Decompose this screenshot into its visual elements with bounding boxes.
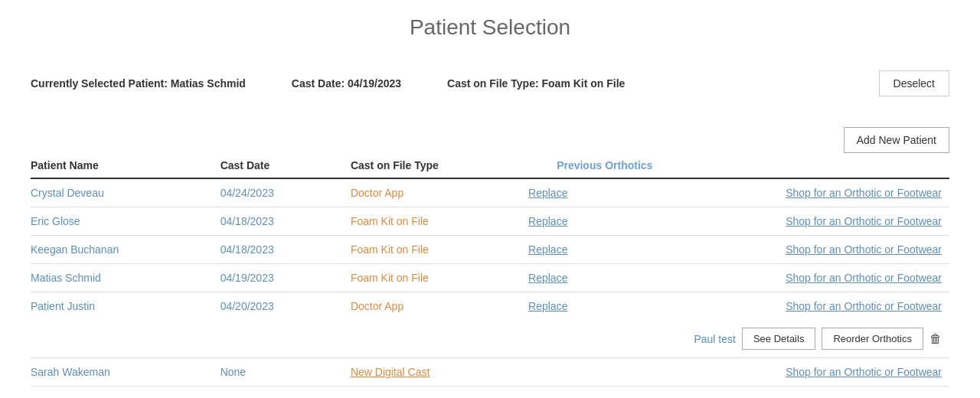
patient-name-cell: Keegan Buchanan: [31, 236, 220, 264]
deselect-button[interactable]: Deselect: [879, 70, 949, 96]
replace-link[interactable]: Replace: [528, 272, 590, 284]
shop-link[interactable]: Shop for an Orthotic or Footwear: [688, 215, 942, 227]
table-row: Matias Schmid 04/19/2023 Foam Kit on Fil…: [31, 264, 949, 292]
add-new-patient-button[interactable]: Add New Patient: [844, 127, 949, 153]
shop-cell[interactable]: Shop for an Orthotic or Footwear: [688, 264, 949, 292]
table-row: Crystal Deveau 04/24/2023 Doctor App Rep…: [31, 178, 949, 207]
cast-type-cell: Doctor App: [351, 178, 528, 207]
replace-cell[interactable]: Replace: [528, 207, 688, 236]
shop-cell[interactable]: Shop for an Orthotic or Footwear: [688, 236, 949, 264]
page-title: Patient Selection: [31, 15, 949, 40]
actions-cell: Paul test See Details Reorder Orthotics …: [528, 320, 949, 358]
patient-name-cell: Patient Justin: [31, 292, 220, 321]
replace-cell[interactable]: Replace: [528, 236, 688, 264]
replace-cell[interactable]: Replace: [528, 178, 688, 207]
shop-cell[interactable]: Shop for an Orthotic or Footwear: [688, 207, 949, 236]
paul-test-label: Paul test: [694, 333, 735, 345]
table-row-actions: Paul test See Details Reorder Orthotics …: [31, 320, 949, 358]
cast-type-cell: New Digital Cast: [351, 358, 528, 387]
replace-cell[interactable]: Replace: [528, 264, 688, 292]
cast-type-cell: Foam Kit on File: [351, 264, 528, 292]
table-row: Keegan Buchanan 04/18/2023 Foam Kit on F…: [31, 236, 949, 264]
cast-date-cell: 04/18/2023: [220, 236, 351, 264]
shop-cell[interactable]: Shop for an Orthotic or Footwear: [688, 292, 949, 321]
table-header: Patient Name Cast Date Cast on File Type…: [31, 153, 949, 178]
replace-link[interactable]: Replace: [528, 300, 590, 312]
shop-link[interactable]: Shop for an Orthotic or Footwear: [688, 366, 942, 378]
shop-link[interactable]: Shop for an Orthotic or Footwear: [688, 300, 942, 312]
shop-cell[interactable]: Shop for an Orthotic or Footwear: [688, 358, 949, 387]
shop-cell[interactable]: Shop for an Orthotic or Footwear: [688, 178, 949, 207]
col-header-cast-type: Cast on File Type: [351, 153, 528, 178]
cast-date-cell: 04/18/2023: [220, 207, 351, 236]
cast-type-label: Cast on File Type: Foam Kit on File: [447, 77, 625, 90]
selected-patient-label: Currently Selected Patient: Matias Schmi…: [31, 77, 246, 90]
patients-table: Patient Name Cast Date Cast on File Type…: [31, 153, 949, 387]
replace-cell[interactable]: Replace: [528, 292, 688, 321]
col-header-cast-date: Cast Date: [220, 153, 351, 178]
patient-name-cell: Crystal Deveau: [31, 178, 220, 207]
cast-date-label: Cast Date: 04/19/2023: [292, 77, 401, 90]
cast-date-cell: 04/24/2023: [220, 178, 351, 207]
patient-name-cell: Sarah Wakeman: [31, 358, 220, 387]
shop-link[interactable]: Shop for an Orthotic or Footwear: [688, 272, 942, 284]
col-header-shop: [688, 153, 949, 178]
new-digital-cast-link[interactable]: New Digital Cast: [351, 366, 430, 378]
table-header-row: Add New Patient: [31, 127, 949, 153]
cast-date-cell: None: [220, 358, 351, 387]
cast-date-cell: 04/19/2023: [220, 264, 351, 292]
replace-cell[interactable]: [528, 358, 688, 387]
table-row: Eric Glose 04/18/2023 Foam Kit on File R…: [31, 207, 949, 236]
cast-type-cell: Doctor App: [351, 292, 528, 321]
delete-icon[interactable]: 🗑: [929, 332, 942, 346]
shop-link[interactable]: Shop for an Orthotic or Footwear: [688, 243, 942, 256]
selected-patient-bar: Currently Selected Patient: Matias Schmi…: [31, 63, 949, 112]
col-header-patient-name: Patient Name: [31, 153, 220, 178]
col-header-previous-orthotics: Previous Orthotics: [528, 153, 688, 178]
patient-name-cell: Eric Glose: [31, 207, 220, 236]
replace-link[interactable]: Replace: [528, 243, 590, 256]
reorder-orthotics-button[interactable]: Reorder Orthotics: [822, 328, 923, 350]
table-row: Sarah Wakeman None New Digital Cast Shop…: [31, 358, 949, 387]
cast-type-text: Foam Kit on File: [351, 215, 429, 227]
table-row: Patient Justin 04/20/2023 Doctor App Rep…: [31, 292, 949, 321]
selected-patient-info: Currently Selected Patient: Matias Schmi…: [31, 77, 625, 90]
replace-link[interactable]: Replace: [528, 187, 590, 199]
cast-type-cell: Foam Kit on File: [351, 236, 528, 264]
replace-link[interactable]: Replace: [528, 215, 590, 227]
cast-date-cell: 04/20/2023: [220, 292, 351, 321]
shop-link[interactable]: Shop for an Orthotic or Footwear: [688, 187, 942, 199]
cast-type-text: Doctor App: [351, 187, 403, 199]
cast-type-cell: Foam Kit on File: [351, 207, 528, 236]
patient-name-cell: Matias Schmid: [31, 264, 220, 292]
cast-type-text: Foam Kit on File: [351, 272, 429, 284]
see-details-button[interactable]: See Details: [742, 328, 815, 350]
cast-type-text: Foam Kit on File: [351, 243, 429, 256]
